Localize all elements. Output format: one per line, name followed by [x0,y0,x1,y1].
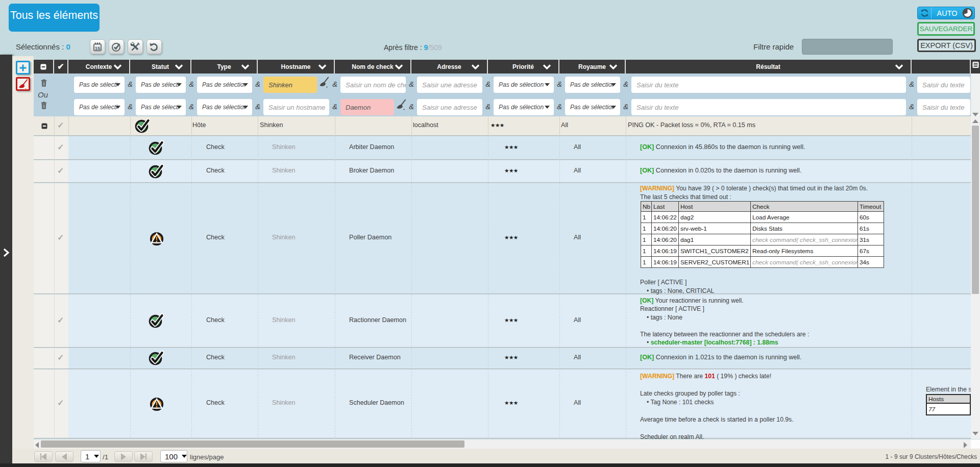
svg-text:15: 15 [95,45,101,51]
